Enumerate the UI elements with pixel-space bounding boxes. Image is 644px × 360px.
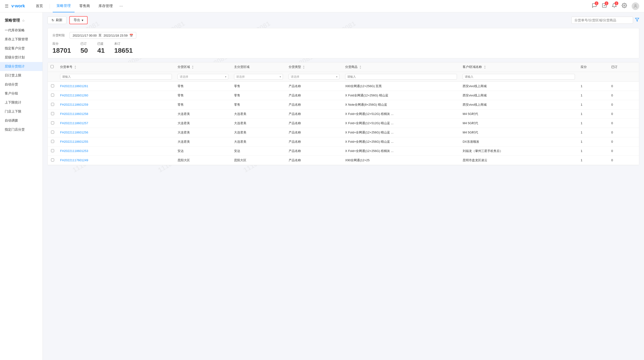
row-check-4[interactable] — [51, 121, 54, 124]
th-order-no[interactable]: 分货单号 ▲▼ — [57, 63, 175, 72]
filter-select-main-region[interactable]: 请选择 — [234, 74, 283, 80]
row-checkbox-7 — [48, 146, 57, 156]
row-check-6[interactable] — [51, 140, 54, 143]
th-customer[interactable]: 客户/区域名称 ▲▼ — [460, 63, 578, 72]
order-link-6[interactable]: FH20221118601255 — [60, 140, 88, 143]
row-main-region-3: 大连君美 — [231, 109, 286, 119]
stat-apply: 应分 18701 — [52, 42, 71, 54]
chat-button[interactable]: 1 — [592, 3, 597, 9]
row-type-8: 产品名称 — [286, 156, 342, 165]
sidebar-item-customer-alloc[interactable]: 指定客户分货 — [0, 44, 42, 53]
th-type[interactable]: 分货类型 ▲▼ — [286, 63, 342, 72]
sidebar-item-customer-group[interactable]: 客户分组 — [0, 89, 42, 98]
order-link-1[interactable]: FH20221118601260 — [60, 94, 88, 97]
select-all-checkbox[interactable] — [50, 65, 54, 68]
menu-icon[interactable]: ☰ — [5, 4, 8, 9]
row-region-7: 安达 — [175, 146, 231, 156]
row-order-no-4: FH20221118601257 — [57, 119, 175, 128]
nav-item-inventory[interactable]: 库存管理 — [95, 0, 116, 12]
row-region-8: 昆阳大区 — [175, 156, 231, 165]
row-ordered-0: 0 — [608, 82, 639, 91]
search-input[interactable] — [571, 17, 633, 24]
filter-input-customer[interactable] — [463, 74, 575, 80]
nav-item-strategy[interactable]: 策略管理 — [53, 0, 74, 12]
row-product-0: X80全网通(12+256G) 至黑 — [342, 82, 460, 91]
filter-input-product[interactable] — [345, 74, 457, 80]
row-checkbox-1 — [48, 91, 57, 100]
row-product-1: X Fold全网通(12+256G) 晴山蓝 — [342, 91, 460, 100]
favorite-icon[interactable]: ☆ — [22, 19, 25, 23]
export-button[interactable]: 导出 ▾ — [69, 16, 88, 24]
row-type-4: 产品名称 — [286, 119, 342, 128]
sidebar-item-auto-transfer[interactable]: 自动调拨 — [0, 116, 42, 125]
row-order-no-7: FH20221118601253 — [57, 146, 175, 156]
toolbar-right — [571, 17, 639, 24]
sidebar-item-inventory-limit[interactable]: 库存上下限管理 — [0, 35, 42, 44]
row-check-5[interactable] — [51, 131, 54, 134]
nav-item-retail[interactable]: 零售商 — [76, 0, 94, 12]
order-link-2[interactable]: FH20221118601259 — [60, 103, 88, 106]
order-link-5[interactable]: FH20221118601256 — [60, 131, 88, 134]
table-row: FH20221118601258 大连君美 大连君美 产品名称 X Fold+全… — [48, 109, 639, 119]
row-main-region-0: 零售 — [231, 82, 286, 91]
order-link-8[interactable]: FH20221117601249 — [60, 158, 88, 162]
row-ordered-6: 0 — [608, 137, 639, 146]
sidebar-item-daily-limit[interactable]: 日订货上限 — [0, 71, 42, 80]
calendar-icon: 📅 — [129, 34, 133, 37]
row-customer-5: M4 5G时代 — [460, 128, 578, 137]
table-row: FH20221118601260 零售 零售 产品名称 X Fold全网通(12… — [48, 91, 639, 100]
row-apply-1: 1 — [578, 91, 608, 100]
order-link-0[interactable]: FH20221118601261 — [60, 84, 88, 88]
row-product-6: X Fold+全网通(12+256G) 晴山蓝 ... — [342, 137, 460, 146]
row-apply-0: 1 — [578, 82, 608, 91]
settings-button[interactable] — [622, 3, 627, 9]
sidebar-item-auto-alloc[interactable]: 自动分货 — [0, 80, 42, 89]
row-ordered-8: 0 — [608, 156, 639, 165]
row-check-1[interactable] — [51, 94, 54, 97]
filter-select-type[interactable]: 请选择 — [289, 74, 340, 80]
order-link-7[interactable]: FH20221118601253 — [60, 149, 88, 153]
filter-main-region: 请选择 — [231, 72, 286, 82]
row-check-0[interactable] — [51, 84, 54, 87]
refresh-button[interactable]: ↻ 刷新 — [48, 16, 66, 24]
row-type-7: 产品名称 — [286, 146, 342, 156]
bell-badge: 1 — [614, 2, 618, 5]
row-order-no-8: FH20221117601249 — [57, 156, 175, 165]
sort-icon-region: ▲▼ — [192, 65, 194, 69]
th-product[interactable]: 分货商品 ▲▼ — [342, 63, 460, 72]
sidebar-item-store-limit[interactable]: 门店上下限 — [0, 107, 42, 116]
row-main-region-2: 零售 — [231, 100, 286, 109]
sidebar-item-tier-stats[interactable]: 层级分货统计 — [0, 62, 42, 71]
table-filter-row: 请选择 请选择 — [48, 72, 639, 82]
sort-icon-customer: ▲▼ — [484, 65, 486, 69]
row-check-3[interactable] — [51, 112, 54, 115]
table-row: FH20221118601261 零售 零售 产品名称 X80全网通(12+25… — [48, 82, 639, 91]
sidebar-item-limit-stats[interactable]: 上下限统计 — [0, 98, 42, 107]
order-link-4[interactable]: FH20221118601257 — [60, 121, 88, 125]
filter-input-order-no[interactable] — [60, 74, 172, 80]
nav-item-home[interactable]: 首页 — [32, 0, 47, 12]
date-range[interactable]: 2022/11/17 00:00 至 2022/11/18 23:59 📅 — [70, 32, 136, 39]
row-main-region-4: 大连君美 — [231, 119, 286, 128]
sidebar-item-inventory-strategy[interactable]: 一代库存策略 — [0, 26, 42, 35]
filter-select-region[interactable]: 请选择 — [178, 74, 228, 80]
row-customer-6: DX东港顺发 — [460, 137, 578, 146]
avatar[interactable] — [632, 2, 639, 10]
row-check-8[interactable] — [51, 158, 54, 161]
th-region[interactable]: 分货区域 ▲▼ — [175, 63, 231, 72]
nav-more[interactable]: ··· — [118, 4, 125, 9]
sidebar-item-store-alloc[interactable]: 指定门店分货 — [0, 125, 42, 134]
order-link-3[interactable]: FH20221118601258 — [60, 112, 88, 116]
row-customer-0: 西安vivo线上商城 — [460, 82, 578, 91]
filter-icon[interactable] — [635, 18, 639, 23]
row-check-2[interactable] — [51, 103, 54, 106]
stats-header: 分货时段 2022/11/17 00:00 至 2022/11/18 23:59… — [52, 32, 634, 39]
row-checkbox-6 — [48, 137, 57, 146]
sidebar-item-tier-plan[interactable]: 层级分货计划 — [0, 53, 42, 62]
bell-button[interactable]: 1 — [612, 3, 617, 9]
row-order-no-2: FH20221118601259 — [57, 100, 175, 109]
row-check-7[interactable] — [51, 149, 54, 152]
task-button[interactable]: 1 — [602, 3, 607, 9]
row-region-2: 零售 — [175, 100, 231, 109]
table-row: FH20221118601253 安达 安达 产品名称 X Fold+全网通(1… — [48, 146, 639, 156]
